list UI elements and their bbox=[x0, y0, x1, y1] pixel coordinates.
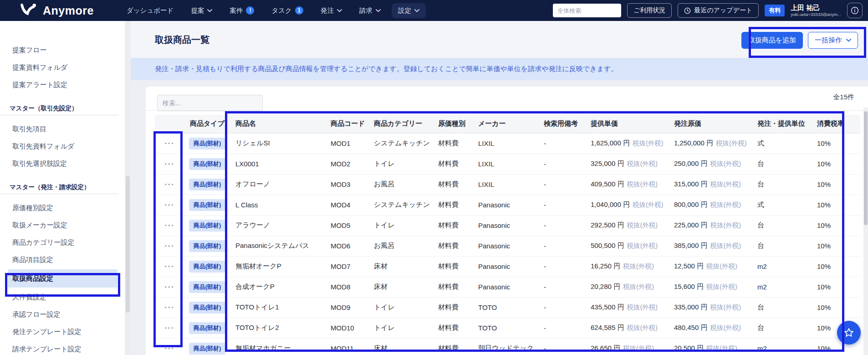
nav-menu-item[interactable]: 請求 bbox=[353, 3, 387, 18]
row-more-options-button[interactable]: ··· bbox=[165, 221, 175, 229]
info-button[interactable] bbox=[847, 3, 863, 18]
order-cost-value: 15,600 円 bbox=[674, 283, 704, 290]
row-more-options-button[interactable]: ··· bbox=[165, 283, 175, 291]
cell-product-code: MOD7 bbox=[325, 256, 368, 277]
nav-menu-item[interactable]: 発注 bbox=[314, 3, 348, 18]
product-type-badge: 商品(部材) bbox=[189, 302, 226, 314]
cell-maker: Panasonic bbox=[473, 256, 538, 277]
cell-cost-type: 材料費 bbox=[433, 256, 473, 277]
cell-cost-type: 材料費 bbox=[433, 338, 473, 355]
sidebar-item[interactable]: マスター（発注・請求設定） bbox=[0, 180, 118, 194]
cell-cost-type: 材料費 bbox=[433, 215, 473, 236]
cell-tax-rate: 10% bbox=[812, 256, 861, 277]
nav-menu-item[interactable]: 案件 ! bbox=[223, 3, 260, 18]
nav-menu-item[interactable]: ダッシュボード bbox=[120, 3, 180, 18]
cell-product-name: 合成オークP bbox=[230, 277, 325, 297]
nav-menu: ダッシュボード 提案 案件 ! タスク 1 bbox=[120, 3, 426, 18]
order-cost-value: 1,250,000 円 bbox=[674, 139, 713, 147]
sidebar-item[interactable]: 取引先項目 bbox=[0, 120, 125, 138]
row-more-options-button[interactable]: ··· bbox=[165, 160, 175, 168]
cell-order-cost: 250,000 円税抜(外税) bbox=[669, 154, 752, 174]
sidebar-item-label: マスター（発注・請求設定） bbox=[10, 184, 90, 190]
cell-unit-price: 409,500 円税抜(外税) bbox=[585, 174, 669, 195]
unit-price-tax-label: 税抜(外税) bbox=[627, 160, 658, 167]
nav-menu-item[interactable]: 設定 bbox=[392, 3, 426, 18]
unit-price-tax-label: 税抜(外税) bbox=[627, 242, 658, 249]
sidebar-scrollbar-thumb[interactable] bbox=[126, 176, 130, 313]
sidebar-item[interactable]: 提案アラート設定 bbox=[0, 76, 125, 93]
cell-cost-type: 材料費 bbox=[433, 154, 473, 174]
cell-order-cost: 1,250,000 円税抜(外税) bbox=[669, 133, 752, 154]
product-type-badge: 商品(部材) bbox=[189, 179, 226, 190]
sidebar-item[interactable]: 原価種別設定 bbox=[0, 199, 125, 216]
page-scrollbar-thumb[interactable] bbox=[864, 111, 868, 225]
global-search-input[interactable] bbox=[553, 4, 621, 17]
nav-menu-item[interactable]: タスク 1 bbox=[265, 3, 310, 18]
cell-unit-price: 1,040,000 円税抜(外税) bbox=[585, 195, 669, 215]
table-row: ··· 商品(部材) 無垢材マホガニー MOD11 床材 材料費 朝日ウッドテッ… bbox=[155, 338, 861, 355]
order-cost-tax-label: 税抜(外税) bbox=[710, 201, 741, 208]
page-scrollbar[interactable] bbox=[863, 108, 868, 355]
row-more-options-button[interactable]: ··· bbox=[165, 262, 175, 270]
sidebar-item[interactable]: 取扱商品設定 bbox=[8, 269, 117, 288]
row-more-options-button[interactable]: ··· bbox=[165, 180, 175, 188]
cell-cost-type: 材料費 bbox=[433, 318, 473, 338]
cell-maker: LIXIL bbox=[473, 174, 538, 195]
nav-menu-item[interactable]: 提案 bbox=[184, 3, 219, 18]
column-header: 消費税率 bbox=[812, 115, 861, 133]
column-header: 原価種別 bbox=[433, 115, 473, 133]
sidebar-item[interactable]: 提案資料フォルダ bbox=[0, 59, 125, 76]
cell-tax-rate: 10% bbox=[812, 277, 861, 297]
cell-product-code: MOD4 bbox=[325, 195, 368, 215]
sidebar-item-label: 取扱商品設定 bbox=[12, 274, 53, 282]
sidebar-item[interactable]: 商品カテゴリー設定 bbox=[0, 234, 125, 251]
sidebar-item[interactable]: 発注テンプレート設定 bbox=[0, 323, 125, 340]
bulk-actions-button[interactable]: 一括操作 bbox=[808, 32, 858, 49]
sidebar-item[interactable]: 取扱メーカー設定 bbox=[0, 216, 125, 234]
row-more-options-button[interactable]: ··· bbox=[165, 304, 175, 311]
plan-badge: 有料 bbox=[765, 5, 785, 16]
main-content: 取扱商品一覧 取扱商品を追加 一括操作 発注・請求・見積もりで利用する商品及び商… bbox=[131, 21, 868, 355]
user-menu[interactable]: 上田 祐己 yuki.ueta+33333@anym... bbox=[791, 4, 841, 18]
sidebar-item-label: 提案フロー bbox=[12, 46, 47, 54]
cell-cost-type: 材料費 bbox=[433, 297, 473, 318]
cell-search-note: - bbox=[538, 195, 585, 215]
usage-status-button[interactable]: ご利用状況 bbox=[627, 3, 672, 18]
cell-unit-price: 624,585 円税抜(外税) bbox=[585, 318, 669, 338]
nav-menu-label: 提案 bbox=[191, 6, 204, 15]
row-more-options-button[interactable]: ··· bbox=[165, 201, 175, 209]
add-product-button[interactable]: 取扱商品を追加 bbox=[741, 32, 803, 49]
cell-order-cost: 480,450 円税抜(外税) bbox=[669, 318, 752, 338]
sidebar-item[interactable]: 商品項目設定 bbox=[0, 251, 125, 268]
notification-badge: 1 bbox=[295, 6, 303, 15]
nav-menu-label: ダッシュボード bbox=[127, 6, 174, 15]
recent-updates-button[interactable]: 最近のアップデート bbox=[678, 3, 759, 18]
cell-category: お風呂 bbox=[368, 174, 433, 195]
recent-updates-label: 最近のアップデート bbox=[694, 6, 752, 15]
cell-unit: 台 bbox=[752, 215, 812, 236]
sidebar-item[interactable]: マスター（取引先設定） bbox=[0, 102, 118, 115]
cell-product-name: L Class bbox=[230, 195, 325, 215]
table-header: 商品タイプ商品名商品コード商品カテゴリー原価種別メーカー検索用備考提供単価発注原… bbox=[155, 115, 861, 133]
sidebar-item-label: 商品カテゴリー設定 bbox=[12, 238, 74, 246]
sidebar-item[interactable]: 承認フロー設定 bbox=[0, 306, 125, 323]
total-count: 全15件 bbox=[833, 93, 854, 102]
cell-unit-price: 500,500 円税抜(外税) bbox=[585, 236, 669, 256]
table-search-input[interactable] bbox=[157, 95, 263, 111]
sidebar-scrollbar[interactable] bbox=[125, 21, 131, 355]
favorite-fab-button[interactable] bbox=[837, 321, 861, 345]
unit-price-value: 435,500 円 bbox=[591, 303, 624, 311]
row-more-options-button[interactable]: ··· bbox=[165, 345, 175, 352]
row-more-options-button[interactable]: ··· bbox=[165, 139, 175, 147]
row-more-options-button[interactable]: ··· bbox=[165, 324, 175, 332]
sidebar-item[interactable]: 提案フロー bbox=[0, 41, 125, 59]
sidebar-item[interactable]: 取引先資料フォルダ bbox=[0, 138, 125, 155]
order-cost-value: 315,000 円 bbox=[674, 180, 707, 188]
row-more-options-button[interactable]: ··· bbox=[165, 242, 175, 250]
app-logo[interactable]: Anymore bbox=[20, 3, 94, 18]
sidebar-item[interactable]: 請求テンプレート設定 bbox=[0, 340, 125, 355]
sidebar-item[interactable]: 人件費設定 bbox=[0, 288, 125, 306]
unit-price-tax-label: 税抜(外税) bbox=[627, 324, 658, 331]
product-list-card: 全15件 商品タイプ商品名商品コード商品カテゴリー原価種別メーカー検索用備考提供… bbox=[146, 87, 868, 355]
sidebar-item[interactable]: 取引先選択肢設定 bbox=[0, 155, 125, 172]
